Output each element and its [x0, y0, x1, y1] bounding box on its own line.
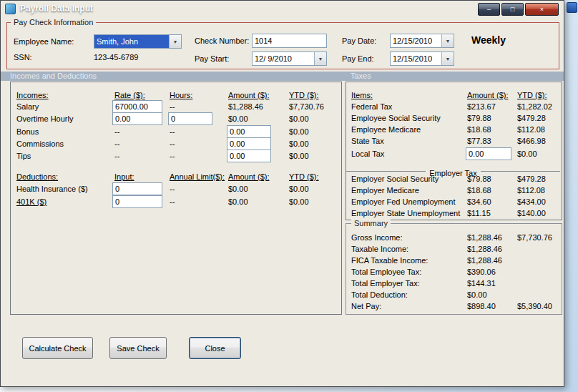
tax-row-label: Local Tax: [351, 150, 384, 159]
deductions-col-header: Deductions:: [16, 172, 58, 182]
close-button[interactable]: ×: [525, 3, 559, 16]
summary-ytd-value: $7,730.76: [517, 233, 552, 242]
amount-col-header: Amount ($):: [228, 91, 269, 100]
summary-row-label: Total Employee Tax:: [351, 268, 421, 277]
close-icon: ×: [540, 6, 544, 13]
pay-start-picker[interactable]: 12/ 9/2010 ▼: [252, 52, 327, 66]
tax-row-label: Employee Medicare: [351, 125, 421, 134]
overtime-hours-input[interactable]: [168, 112, 212, 125]
window-title: Payroll Data Input: [20, 4, 93, 14]
close-form-button[interactable]: Close: [189, 337, 241, 359]
income-rate-value: --: [114, 152, 119, 161]
calculate-check-button[interactable]: Calculate Check: [22, 337, 93, 359]
tax-row-label: Employer Social Security: [351, 175, 439, 184]
income-ytd-value: $0.00: [289, 152, 309, 161]
app-window: Payroll Data Input – □ × Pay Check Infor…: [0, 0, 564, 387]
deduction-limit-value: --: [170, 185, 175, 194]
pay-frequency-label: Weekly: [471, 34, 506, 46]
tax-amount-value: $18.68: [467, 125, 491, 134]
deduction-ytd-value: $0.00: [289, 185, 309, 194]
income-amount-value: $1,288.46: [228, 102, 263, 112]
income-hours-value: --: [170, 139, 175, 149]
pay-date-label: Pay Date:: [342, 36, 376, 46]
bonus-amount-input[interactable]: [227, 125, 271, 138]
summary-row-label: Gross Income:: [351, 233, 403, 242]
health-insurance-input[interactable]: [112, 182, 162, 195]
titlebar[interactable]: Payroll Data Input – □ ×: [1, 1, 564, 16]
dropdown-arrow-icon[interactable]: ▼: [169, 35, 181, 48]
tax-ytd-value: $0.00: [517, 150, 537, 159]
local-tax-input[interactable]: [466, 147, 511, 160]
pay-end-value: 12/15/2010: [391, 52, 441, 65]
summary-row-label: FICA Taxable Income:: [351, 256, 428, 265]
tax-amount-value: $11.15: [467, 209, 491, 218]
commissions-amount-input[interactable]: [227, 137, 271, 150]
deduction-amount-value: $0.00: [228, 185, 248, 194]
tax-row-label: Employer Medicare: [351, 186, 419, 195]
income-row-label: Commissions: [16, 139, 64, 149]
summary-legend: Summary: [351, 219, 391, 227]
amount-col-header: Amount ($):: [467, 91, 508, 100]
tax-amount-value: $34.60: [467, 197, 491, 207]
income-ytd-value: $0.00: [289, 139, 309, 149]
check-number-label: Check Number:: [195, 36, 249, 46]
overtime-rate-input[interactable]: [112, 112, 162, 125]
salary-rate-input[interactable]: [112, 100, 162, 113]
pay-date-picker[interactable]: 12/15/2010 ▼: [390, 34, 454, 48]
input-col-header: Input:: [114, 172, 134, 182]
save-check-button[interactable]: Save Check: [109, 337, 167, 359]
pay-start-value: 12/ 9/2010: [253, 52, 314, 65]
deduction-amount-value: $0.00: [228, 197, 248, 207]
ytd-col-header: YTD ($):: [517, 91, 547, 100]
income-row-label: Bonus: [16, 127, 39, 137]
tax-ytd-value: $1,282.02: [517, 102, 552, 112]
deduction-ytd-value: $0.00: [289, 197, 309, 207]
employee-name-value: Smith, John: [94, 35, 169, 48]
tax-ytd-value: $479.28: [517, 114, 546, 123]
income-rate-value: --: [114, 127, 119, 137]
tax-amount-value: $213.67: [467, 102, 496, 112]
deduction-limit-value: --: [170, 197, 175, 207]
pay-date-value: 12/15/2010: [391, 34, 441, 47]
tax-row-label: Employee Social Security: [351, 114, 441, 123]
summary-row-label: Total Deduction:: [351, 290, 408, 300]
summary-amount-value: $1,288.46: [467, 245, 502, 254]
ssn-value: 123-45-6789: [94, 53, 138, 62]
tax-ytd-value: $434.00: [517, 197, 546, 207]
income-amount-value: $0.00: [228, 114, 248, 124]
tax-ytd-value: $140.00: [517, 209, 546, 218]
pay-end-picker[interactable]: 12/15/2010 ▼: [390, 52, 454, 66]
summary-amount-value: $898.40: [467, 302, 496, 311]
amount-col-header: Amount ($):: [228, 172, 269, 182]
dropdown-arrow-icon[interactable]: ▼: [314, 52, 326, 65]
app-icon: [5, 4, 16, 14]
maximize-button[interactable]: □: [501, 3, 524, 16]
minimize-button[interactable]: –: [478, 3, 500, 16]
tax-row-label: Employer Fed Unemployment: [351, 197, 456, 207]
maximize-icon: □: [511, 6, 514, 13]
window-controls: – □ ×: [478, 3, 559, 16]
dropdown-arrow-icon[interactable]: ▼: [441, 52, 454, 65]
income-ytd-value: $0.00: [289, 114, 309, 124]
rate-col-header: Rate ($):: [114, 91, 145, 100]
income-row-label: Overtime Hourly: [16, 114, 73, 124]
summary-row-label: Net Pay:: [351, 302, 381, 311]
deduction-401k-input[interactable]: [112, 195, 162, 208]
deduction-row-label: Health Insurance ($): [16, 185, 88, 194]
tax-amount-value: $79.88: [467, 114, 491, 123]
ytd-col-header: YTD ($):: [289, 91, 319, 100]
check-number-input[interactable]: [252, 34, 327, 48]
items-col-header: Items:: [351, 91, 373, 100]
tax-ytd-value: $479.28: [517, 175, 546, 184]
deduction-row-label-401k: 401K ($): [16, 197, 46, 207]
income-row-label: Salary: [16, 102, 39, 112]
summary-amount-value: $390.06: [467, 268, 496, 277]
desktop-background: Payroll Data Input – □ × Pay Check Infor…: [0, 0, 578, 392]
tax-amount-value: $18.68: [467, 186, 491, 195]
ytd-col-header: YTD ($):: [289, 172, 319, 182]
tips-amount-input[interactable]: [227, 150, 271, 162]
tax-row-label: Federal Tax: [351, 102, 392, 112]
employee-name-select[interactable]: Smith, John ▼: [94, 34, 182, 49]
dropdown-arrow-icon[interactable]: ▼: [441, 34, 454, 47]
summary-amount-value: $1,288.46: [467, 233, 502, 242]
